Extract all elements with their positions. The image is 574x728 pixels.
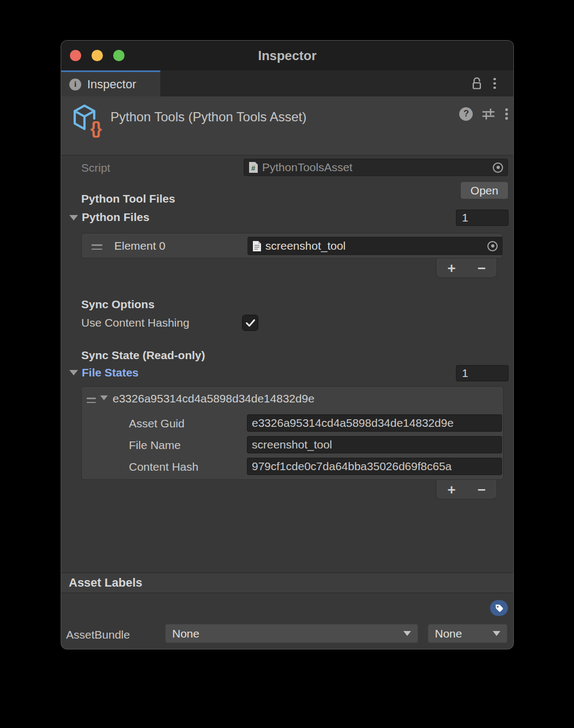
file-name-value: screenshot_tool — [252, 438, 332, 451]
add-element-button[interactable]: + — [443, 483, 460, 497]
file-states-list-controls: + − — [436, 480, 497, 499]
asset-label-tag-button[interactable] — [490, 600, 508, 616]
content-hash-value: 979cf1cde0c7da64bba35026d69f8c65a — [252, 460, 452, 473]
help-icon[interactable]: ? — [459, 107, 473, 121]
window-titlebar: Inspector — [61, 41, 513, 70]
python-tools-asset-icon: {} — [72, 104, 103, 136]
script-label: Script — [81, 161, 110, 174]
asset-labels-strip[interactable]: Asset Labels — [61, 573, 513, 593]
asset-bundle-value: None — [172, 627, 199, 640]
asset-labels-header: Asset Labels — [69, 576, 142, 590]
drag-handle-icon[interactable] — [87, 398, 96, 403]
file-name-label: File Name — [129, 439, 181, 452]
python-files-size-value: 1 — [462, 211, 468, 224]
chevron-down-icon — [403, 631, 411, 636]
drag-handle-icon[interactable] — [92, 244, 102, 250]
asset-bundle-dropdown[interactable]: None — [165, 624, 418, 643]
tab-menu-kebab-icon[interactable] — [492, 76, 497, 92]
header-menu-kebab-icon[interactable] — [504, 106, 509, 122]
file-states-size-value: 1 — [462, 367, 468, 380]
object-picker-icon[interactable] — [493, 162, 503, 173]
inspector-header: {} Python Tools (Python Tools Asset) ? — [61, 96, 513, 155]
entry-foldout-icon[interactable] — [100, 395, 108, 400]
text-asset-icon — [252, 240, 262, 252]
use-content-hashing-checkbox[interactable] — [242, 315, 258, 331]
remove-element-button[interactable]: − — [473, 483, 490, 497]
tab-inspector[interactable]: i Inspector — [61, 70, 160, 96]
file-states-size-field[interactable]: 1 — [456, 365, 508, 381]
python-tool-files-header: Python Tool Files — [81, 192, 175, 205]
open-button[interactable]: Open — [461, 182, 508, 199]
asset-guid-label: Asset Guid — [129, 417, 185, 430]
add-element-button[interactable]: + — [443, 261, 460, 275]
object-picker-icon[interactable] — [487, 241, 498, 251]
window-title: Inspector — [61, 41, 513, 70]
file-states-list: e3326a95314cd4a5898d34de14832d9e Asset G… — [81, 386, 504, 480]
remove-element-button[interactable]: − — [473, 261, 490, 275]
tab-bar: i Inspector — [61, 70, 513, 96]
python-files-size-field[interactable]: 1 — [456, 210, 508, 226]
asset-bundle-variant-value: None — [435, 627, 462, 640]
screen: Inspector i Inspector — [0, 0, 574, 728]
divider — [61, 593, 513, 593]
tab-label: Inspector — [87, 77, 136, 92]
sync-options-header: Sync Options — [81, 298, 154, 311]
script-object-field[interactable]: # PythonToolsAsset — [244, 159, 508, 176]
content-hash-label: Content Hash — [129, 460, 198, 473]
file-states-label: File States — [82, 366, 139, 379]
script-value: PythonToolsAsset — [262, 161, 489, 174]
asset-title: Python Tools (Python Tools Asset) — [110, 109, 306, 125]
file-name-field[interactable]: screenshot_tool — [247, 436, 502, 453]
element-value: screenshot_tool — [265, 239, 484, 252]
list-item[interactable]: Element 0 screenshot_t — [82, 233, 502, 258]
content-hash-field[interactable]: 979cf1cde0c7da64bba35026d69f8c65a — [247, 458, 502, 475]
braces-glyph: {} — [90, 120, 100, 136]
inspector-window: Inspector i Inspector — [61, 41, 513, 649]
element-label: Element 0 — [114, 239, 166, 252]
svg-text:#: # — [251, 164, 256, 172]
file-states-foldout-icon[interactable] — [69, 370, 78, 375]
python-files-label: Python Files — [82, 211, 149, 224]
python-files-list: Element 0 screenshot_t — [81, 233, 503, 258]
file-state-entry-header: e3326a95314cd4a5898d34de14832d9e — [113, 392, 315, 405]
asset-guid-field[interactable]: e3326a95314cd4a5898d34de14832d9e — [247, 414, 502, 432]
python-files-list-controls: + − — [436, 258, 497, 278]
chevron-down-icon — [493, 631, 500, 636]
info-icon: i — [69, 79, 81, 90]
sync-state-header: Sync State (Read-only) — [81, 349, 205, 362]
element-object-field[interactable]: screenshot_tool — [247, 237, 503, 255]
asset-bundle-label: AssetBundle — [66, 628, 130, 641]
asset-bundle-variant-dropdown[interactable]: None — [428, 624, 507, 643]
asset-guid-value: e3326a95314cd4a5898d34de14832d9e — [252, 417, 454, 430]
use-content-hashing-label: Use Content Hashing — [81, 316, 190, 329]
python-files-foldout-icon[interactable] — [69, 215, 78, 220]
lock-icon[interactable] — [471, 77, 482, 90]
csharp-script-icon: # — [249, 161, 258, 173]
presets-icon[interactable] — [481, 107, 495, 121]
